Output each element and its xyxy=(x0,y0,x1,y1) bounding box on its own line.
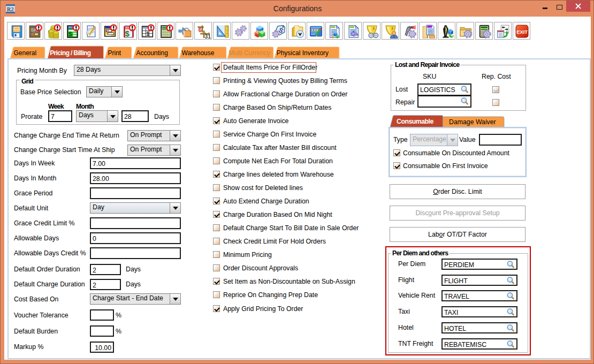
svg-text:$: $ xyxy=(125,29,130,38)
svg-text:Print: Print xyxy=(108,49,121,57)
svg-text:$: $ xyxy=(68,31,72,38)
svg-text:Pricing / Billing: Pricing / Billing xyxy=(50,49,91,57)
svg-text:Warehouse: Warehouse xyxy=(182,49,215,57)
svg-text:General: General xyxy=(14,49,37,57)
svg-text:Damage Waiver: Damage Waiver xyxy=(449,118,496,126)
svg-text:6: 6 xyxy=(199,27,202,33)
svg-text:1: 1 xyxy=(146,31,150,37)
svg-text:Multi Currency: Multi Currency xyxy=(229,49,270,57)
svg-text:Accounting: Accounting xyxy=(136,49,168,57)
svg-text:EXIT: EXIT xyxy=(516,29,528,35)
svg-text:Physical Inventory: Physical Inventory xyxy=(277,49,329,57)
svg-text:31: 31 xyxy=(205,34,211,39)
svg-text:Consumable: Consumable xyxy=(397,118,433,125)
svg-text:R2: R2 xyxy=(7,6,14,12)
